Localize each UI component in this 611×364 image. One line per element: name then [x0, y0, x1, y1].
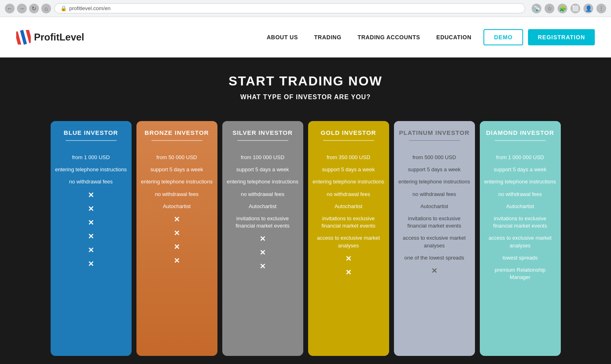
card-silver-header: SILVER INVESTOR [222, 121, 303, 147]
card-diamond-feature-5: invitations to exclusive financial marke… [484, 215, 557, 230]
card-blue-feature-3: ✕ [88, 191, 94, 200]
nav-trading[interactable]: TRADING [314, 34, 341, 40]
lock-icon: 🔒 [60, 5, 67, 11]
card-gold-feature-3: no withdrawal fees [327, 191, 370, 198]
navbar: ProfitLevel ABOUT US TRADING TRADING ACC… [0, 17, 611, 57]
bookmark-button[interactable]: ☆ [545, 4, 554, 13]
extensions-button[interactable]: 🧩 [558, 4, 567, 13]
card-diamond-feature-8: premium Relationship Manager [484, 266, 557, 281]
nav-about-us[interactable]: ABOUT US [267, 34, 298, 40]
card-gold-body: from 350 000 USDsupport 5 days a weekent… [308, 147, 389, 348]
card-diamond-feature-0: from 1 000 000 USD [496, 154, 544, 161]
card-bronze-feature-1: support 5 days a week [150, 166, 203, 173]
card-bronze-feature-5: ✕ [174, 215, 180, 224]
card-blue-body: from 1 000 USDentering telephone instruc… [51, 147, 132, 348]
back-button[interactable]: ← [5, 4, 15, 13]
card-silver-feature-8: ✕ [260, 262, 266, 271]
card-silver-feature-2: entering telephone instructions [227, 178, 298, 185]
card-silver-feature-7: ✕ [260, 248, 266, 257]
window-button[interactable]: ⬜ [571, 4, 580, 13]
card-blue-feature-5: ✕ [88, 218, 94, 227]
logo-text: ProfitLevel [34, 32, 84, 43]
card-gold[interactable]: GOLD INVESTORfrom 350 000 USDsupport 5 d… [308, 121, 389, 356]
logo-icon [16, 30, 31, 45]
card-diamond-feature-3: no withdrawal fees [498, 191, 542, 198]
logo[interactable]: ProfitLevel [16, 30, 84, 45]
browser-chrome: ← → ↻ ⌂ 🔒 profitlevel.com/en 📡 ☆ 🧩 ⬜ 👤 ⋮ [0, 0, 611, 17]
card-gold-feature-0: from 350 000 USD [327, 154, 370, 161]
card-bronze-body: from 50 000 USDsupport 5 days a weekente… [136, 147, 217, 348]
card-platinum-divider [409, 140, 460, 141]
card-silver-feature-5: invitations to exclusive financial marke… [226, 215, 299, 230]
address-bar[interactable]: 🔒 profitlevel.com/en [54, 3, 525, 13]
card-diamond-divider [495, 140, 546, 141]
card-diamond-header: DIAMOND INVESTOR [480, 121, 561, 147]
card-platinum-header: PLATINUM INVESTOR [394, 121, 475, 147]
register-button[interactable]: REGISTRATION [528, 29, 595, 45]
card-silver-feature-0: from 100 000 USD [241, 154, 285, 161]
card-silver-body: from 100 000 USDsupport 5 days a weekent… [222, 147, 303, 348]
card-silver-divider [237, 140, 288, 141]
home-button[interactable]: ⌂ [41, 4, 51, 13]
card-gold-feature-8: ✕ [345, 268, 351, 277]
card-blue-feature-4: ✕ [88, 204, 94, 213]
cast-button[interactable]: 📡 [532, 4, 541, 13]
nav-education[interactable]: EDUCATION [436, 34, 472, 40]
card-platinum[interactable]: PLATINUM INVESTORfrom 500 000 USDsupport… [394, 121, 475, 356]
card-silver-feature-4: Autochartist [249, 203, 277, 210]
card-platinum-feature-2: entering telephone instructions [398, 178, 470, 185]
card-bronze-feature-0: from 50 000 USD [156, 154, 197, 161]
card-silver-feature-1: support 5 days a week [236, 166, 289, 173]
card-blue-feature-0: from 1 000 USD [72, 154, 110, 161]
card-gold-feature-2: entering telephone instructions [313, 178, 384, 185]
profile-button[interactable]: 👤 [583, 4, 593, 13]
card-platinum-feature-8: ✕ [431, 266, 437, 275]
card-blue-feature-6: ✕ [88, 232, 94, 241]
card-platinum-feature-7: one of the lowest spreads [404, 254, 464, 262]
card-platinum-feature-4: Autochartist [420, 203, 448, 210]
card-bronze-feature-8: ✕ [174, 256, 180, 265]
card-blue-feature-8: ✕ [88, 260, 94, 268]
forward-button[interactable]: → [17, 4, 27, 13]
cards-section: BLUE INVESTORfrom 1 000 USDentering tele… [0, 113, 611, 364]
card-blue-title: BLUE INVESTOR [55, 129, 128, 136]
nav-trading-accounts[interactable]: TRADING ACCOUNTS [358, 34, 420, 40]
card-platinum-feature-3: no withdrawal fees [413, 191, 456, 198]
card-blue-feature-7: ✕ [88, 246, 94, 255]
card-diamond-body: from 1 000 000 USDsupport 5 days a weeke… [480, 147, 561, 348]
menu-button[interactable]: ⋮ [596, 4, 606, 13]
demo-button[interactable]: DEMO [483, 29, 523, 45]
card-silver-feature-6: ✕ [260, 234, 266, 243]
card-gold-title: GOLD INVESTOR [312, 129, 385, 136]
card-blue-feature-2: no withdrawal fees [69, 178, 113, 185]
card-silver-title: SILVER INVESTOR [226, 129, 299, 136]
svg-rect-0 [16, 31, 21, 45]
svg-rect-1 [20, 30, 27, 45]
card-diamond-feature-1: support 5 days a week [494, 166, 546, 173]
card-platinum-body: from 500 000 USDsupport 5 days a weekent… [394, 147, 475, 348]
card-blue[interactable]: BLUE INVESTORfrom 1 000 USDentering tele… [51, 121, 132, 356]
card-silver[interactable]: SILVER INVESTORfrom 100 000 USDsupport 5… [222, 121, 303, 356]
card-bronze-feature-7: ✕ [174, 243, 180, 251]
card-bronze-header: BRONZE INVESTOR [136, 121, 217, 147]
card-gold-header: GOLD INVESTOR [308, 121, 389, 147]
browser-nav-buttons: ← → ↻ ⌂ [5, 4, 51, 13]
card-diamond-feature-2: entering telephone instructions [484, 178, 556, 185]
card-gold-feature-7: ✕ [345, 254, 351, 263]
reload-button[interactable]: ↻ [29, 4, 39, 13]
card-blue-feature-1: entering telephone instructions [55, 166, 127, 173]
card-bronze-feature-4: Autochartist [163, 203, 191, 210]
card-platinum-feature-0: from 500 000 USD [413, 154, 456, 161]
card-diamond[interactable]: DIAMOND INVESTORfrom 1 000 000 USDsuppor… [480, 121, 561, 356]
hero-title: START TRADING NOW [8, 74, 603, 89]
card-platinum-title: PLATINUM INVESTOR [398, 129, 471, 136]
card-gold-divider [323, 140, 374, 141]
hero-subtitle: WHAT TYPE OF INVESTOR ARE YOU? [8, 94, 603, 101]
card-gold-feature-5: invitations to exclusive financial marke… [312, 215, 385, 230]
url-text: profitlevel.com/en [69, 5, 111, 11]
card-bronze-feature-3: no withdrawal fees [155, 191, 199, 198]
card-blue-header: BLUE INVESTOR [51, 121, 132, 147]
card-bronze[interactable]: BRONZE INVESTORfrom 50 000 USDsupport 5 … [136, 121, 217, 356]
svg-rect-2 [26, 30, 31, 43]
card-platinum-feature-5: invitations to exclusive financial marke… [398, 215, 471, 230]
